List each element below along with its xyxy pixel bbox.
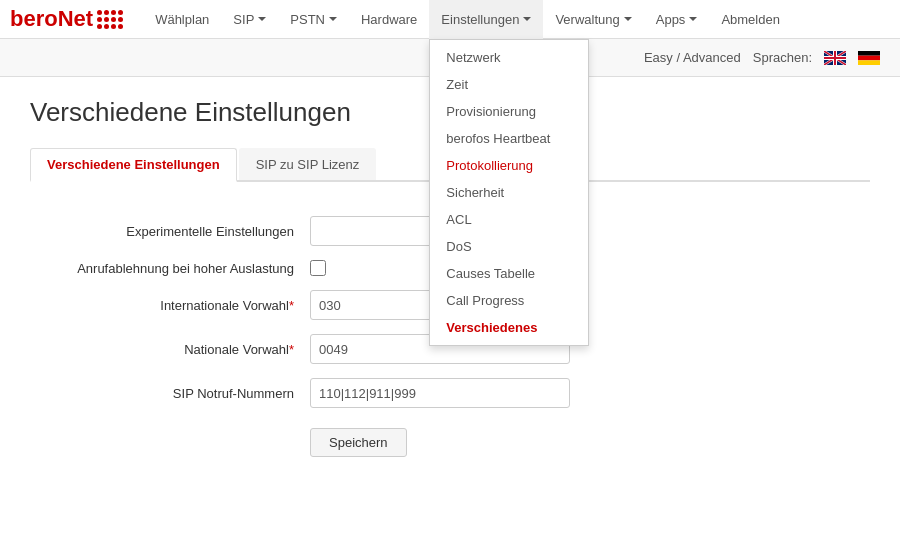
- label-experimentelle: Experimentelle Einstellungen: [30, 224, 310, 239]
- dropdown-call-progress[interactable]: Call Progress: [430, 287, 588, 314]
- dropdown-sicherheit[interactable]: Sicherheit: [430, 179, 588, 206]
- tab-sip-lizenz[interactable]: SIP zu SIP Lizenz: [239, 148, 377, 180]
- dropdown-berofos[interactable]: berofos Heartbeat: [430, 125, 588, 152]
- brand-part1: bero: [10, 6, 58, 31]
- required-star: *: [289, 298, 294, 313]
- dropdown-dos[interactable]: DoS: [430, 233, 588, 260]
- pstn-caret-icon: [329, 17, 337, 21]
- easy-advanced-label: Easy / Advanced: [644, 50, 741, 65]
- input-sip-notruf[interactable]: [310, 378, 570, 408]
- nav-items: Wählplan SIP PSTN Hardware Einstellungen…: [143, 0, 890, 39]
- required-star-nationale: *: [289, 342, 294, 357]
- checkbox-anrufablehnung[interactable]: [310, 260, 326, 276]
- navbar: beroNet Wählplan SIP PSTN Hardware Einst…: [0, 0, 900, 39]
- einstellungen-caret-icon: [523, 17, 531, 21]
- brand-icon: [97, 10, 123, 29]
- save-button[interactable]: Speichern: [310, 428, 407, 457]
- brand-name: beroNet: [10, 6, 93, 32]
- flag-de[interactable]: [858, 51, 880, 65]
- flag-uk[interactable]: [824, 51, 846, 65]
- nav-verwaltung[interactable]: Verwaltung: [543, 0, 643, 39]
- label-anrufablehnung: Anrufablehnung bei hoher Auslastung: [30, 261, 310, 276]
- save-row: Speichern: [30, 422, 850, 457]
- dropdown-provisionierung[interactable]: Provisionierung: [430, 98, 588, 125]
- label-internationale: Internationale Vorwahl*: [30, 298, 310, 313]
- dropdown-netzwerk[interactable]: Netzwerk: [430, 44, 588, 71]
- dropdown-protokollierung[interactable]: Protokollierung: [430, 152, 588, 179]
- brand-part2: Net: [58, 6, 93, 31]
- form-row-notruf: SIP Notruf-Nummern: [30, 378, 850, 408]
- brand-logo: beroNet: [10, 6, 123, 32]
- einstellungen-dropdown-menu: Netzwerk Zeit Provisionierung berofos He…: [429, 39, 589, 346]
- svg-rect-10: [858, 55, 880, 60]
- sip-caret-icon: [258, 17, 266, 21]
- svg-rect-8: [824, 57, 846, 59]
- svg-rect-9: [858, 51, 880, 56]
- tab-verschiedene[interactable]: Verschiedene Einstellungen: [30, 148, 237, 182]
- nav-einstellungen[interactable]: Einstellungen Netzwerk Zeit Provisionier…: [429, 0, 543, 39]
- label-nationale: Nationale Vorwahl*: [30, 342, 310, 357]
- dropdown-acl[interactable]: ACL: [430, 206, 588, 233]
- nav-hardware[interactable]: Hardware: [349, 0, 429, 39]
- dropdown-zeit[interactable]: Zeit: [430, 71, 588, 98]
- apps-caret-icon: [689, 17, 697, 21]
- nav-sip[interactable]: SIP: [221, 0, 278, 39]
- sprachen-label: Sprachen:: [753, 50, 812, 65]
- nav-pstn[interactable]: PSTN: [278, 0, 349, 39]
- verwaltung-caret-icon: [624, 17, 632, 21]
- nav-abmelden[interactable]: Abmelden: [709, 0, 792, 39]
- svg-rect-11: [858, 60, 880, 65]
- nav-waehlplan[interactable]: Wählplan: [143, 0, 221, 39]
- dropdown-causes[interactable]: Causes Tabelle: [430, 260, 588, 287]
- label-notruf: SIP Notruf-Nummern: [30, 386, 310, 401]
- nav-apps[interactable]: Apps: [644, 0, 710, 39]
- dropdown-verschiedenes[interactable]: Verschiedenes: [430, 314, 588, 341]
